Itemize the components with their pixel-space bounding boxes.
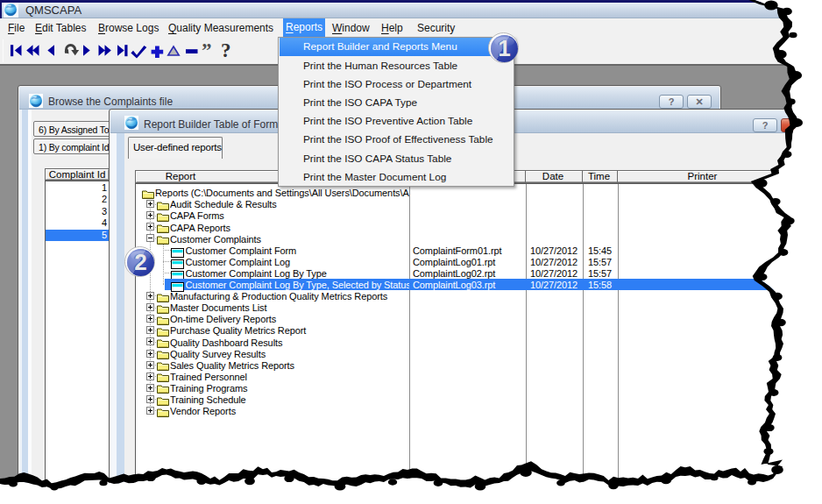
- svg-text:”: ”: [202, 39, 212, 61]
- svg-text:?: ?: [221, 39, 231, 61]
